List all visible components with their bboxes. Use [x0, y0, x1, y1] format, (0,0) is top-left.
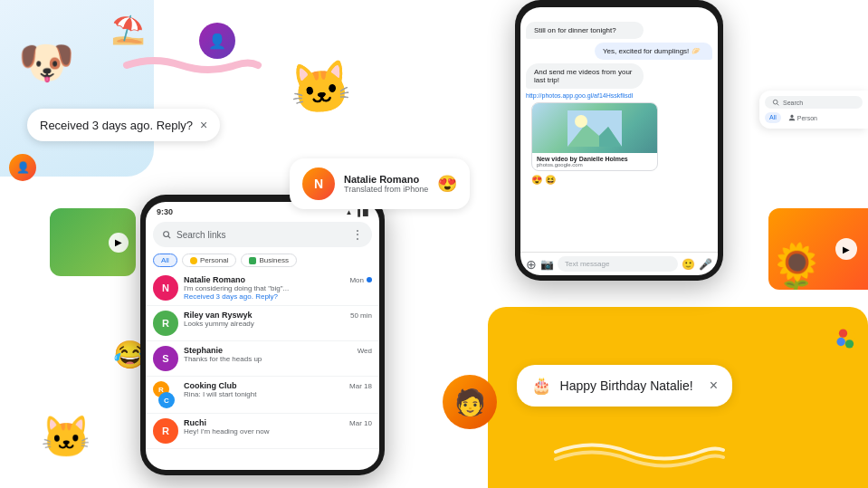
dog-emoji: 🐶 — [18, 36, 74, 89]
more-options-icon[interactable]: ⋮ — [352, 228, 363, 241]
message-sender-riley: Riley van Ryswyk — [184, 311, 253, 320]
link-title: New video by Danielle Holmes — [537, 156, 653, 162]
natalie-avatar: N — [302, 167, 335, 200]
svg-point-5 — [575, 115, 587, 128]
message-item-stephanie[interactable]: S Stephanie Wed Thanks for the heads up — [146, 341, 379, 377]
message-content-natalie: Natalie Romano Mon I'm considering doing… — [184, 275, 372, 301]
link-domain: photos.google.com — [537, 162, 653, 167]
google-photos-logo — [834, 326, 859, 357]
photos-tab-all[interactable]: All — [765, 112, 781, 123]
photos-widget: Search All Person — [759, 91, 868, 129]
video-thumbnail-right[interactable]: ▶ 🌻 — [768, 208, 868, 290]
message-header-stephanie: Stephanie Wed — [184, 346, 372, 355]
dog-illustration-area: 🐶 ⛱️ — [0, 0, 154, 177]
filter-personal[interactable]: Personal — [182, 254, 237, 267]
chat-bubble-sent-1: Yes, excited for dumplings! 🥟 — [595, 43, 712, 60]
birthday-notification-card: 🎂 Happy Birthday Natalie! × — [517, 365, 732, 407]
message-header-cooking-club: Cooking Club Mar 18 — [184, 381, 372, 390]
chat-bubble-received-2: And send me videos from your last trip! — [526, 63, 644, 89]
emoji-icon[interactable]: 🙂 — [682, 258, 695, 271]
photos-search-text: Search — [783, 100, 803, 106]
message-sender-ruchi: Ruchi — [184, 418, 206, 427]
link-preview-card[interactable]: New video by Danielle Holmes photos.goog… — [531, 102, 658, 171]
message-sender-natalie: Natalie Romano — [184, 275, 245, 284]
message-time-ruchi: Mar 10 — [349, 419, 372, 427]
message-item-ruchi[interactable]: R Ruchi Mar 10 Hey! I'm heading over now — [146, 414, 379, 449]
reply-bubble-text: Received 3 days ago. Reply? — [40, 119, 193, 132]
natalie-notification-card: N Natalie Romano Translated from iPhone … — [290, 158, 470, 209]
photos-tab-row: All Person — [765, 112, 863, 123]
message-time-natalie: Mon — [349, 276, 372, 284]
natalie-reaction-emoji: 😍 — [437, 174, 457, 194]
birthday-icon: 🎂 — [531, 376, 551, 396]
link-preview-image — [532, 103, 657, 153]
filter-personal-label: Personal — [200, 256, 229, 264]
flower-decoration: 🌻 — [768, 244, 825, 290]
search-input-text: Search links — [176, 230, 347, 240]
message-time-cooking-club: Mar 18 — [349, 382, 372, 390]
phone-main-screen: 9:30 ▲ ▐ ▉ Search links ⋮ All — [146, 202, 379, 470]
message-preview-natalie: I'm considering doing that "big"... — [184, 284, 372, 292]
message-sender-stephanie: Stephanie — [184, 346, 223, 355]
search-icon — [162, 226, 171, 243]
personal-icon — [190, 257, 197, 264]
photos-search-icon — [772, 99, 779, 106]
group-avatar-2: C — [158, 392, 175, 408]
smart-reply-natalie[interactable]: Received 3 days ago. Reply? — [184, 292, 372, 301]
message-time-stephanie: Wed — [358, 347, 372, 355]
chat-text-1: Still on for dinner tonight? — [534, 26, 616, 34]
avatar-top-center: 👤 — [199, 23, 235, 59]
group-avatars-cooking: R C — [153, 381, 178, 408]
unread-dot-natalie — [367, 277, 372, 282]
cat-bottom-illustration: 🐱 — [41, 413, 91, 461]
cat-sticker: 🐱 — [287, 56, 354, 120]
search-bar[interactable]: Search links ⋮ — [153, 222, 372, 247]
pink-squiggle-decoration — [118, 54, 262, 81]
link-url: http://photos.app.goo.gl/af14Hsskflisdl — [526, 92, 712, 99]
photos-tab-person[interactable]: Person — [784, 112, 822, 123]
add-icon[interactable]: ⊕ — [526, 257, 537, 272]
business-icon — [249, 257, 256, 264]
text-message-input[interactable]: Text message — [558, 256, 678, 272]
message-header-ruchi: Ruchi Mar 10 — [184, 418, 372, 427]
filter-all[interactable]: All — [153, 254, 177, 267]
wave-decoration — [547, 434, 728, 470]
message-time-riley: 50 min — [350, 311, 372, 320]
message-item-riley[interactable]: R Riley van Ryswyk 50 min Looks yummy al… — [146, 306, 379, 341]
filter-business[interactable]: Business — [241, 254, 296, 267]
message-item-cooking-club[interactable]: R C Cooking Club Mar 18 Rina: I will sta… — [146, 377, 379, 414]
birthday-close-icon[interactable]: × — [710, 378, 718, 394]
svg-line-1 — [168, 236, 170, 238]
photos-search-bar[interactable]: Search — [765, 96, 863, 109]
message-list: N Natalie Romano Mon I'm considering doi… — [146, 271, 379, 449]
umbrella-emoji: ⛱️ — [111, 14, 145, 45]
play-button-right[interactable]: ▶ — [835, 238, 857, 260]
chat-text-2: Yes, excited for dumplings! 🥟 — [603, 47, 701, 55]
svg-point-11 — [837, 338, 845, 346]
message-header-riley: Riley van Ryswyk 50 min — [184, 311, 372, 320]
svg-point-9 — [847, 331, 855, 340]
message-content-riley: Riley van Ryswyk 50 min Looks yummy alre… — [184, 311, 372, 328]
filter-all-label: All — [161, 256, 169, 264]
message-item-natalie[interactable]: N Natalie Romano Mon I'm considering doi… — [146, 271, 379, 306]
message-avatar-riley: R — [153, 311, 178, 336]
chat-area: Still on for dinner tonight? Yes, excite… — [520, 7, 718, 252]
play-button-left[interactable]: ▶ — [109, 233, 129, 253]
natalie-name: Natalie Romano — [344, 174, 428, 185]
chat-bubble-received-1: Still on for dinner tonight? — [526, 22, 644, 39]
close-icon[interactable]: × — [200, 118, 207, 132]
message-header-natalie: Natalie Romano Mon — [184, 275, 372, 284]
message-content-cooking-club: Cooking Club Mar 18 Rina: I will start t… — [184, 381, 372, 398]
link-preview-text: New video by Danielle Holmes photos.goog… — [532, 153, 657, 170]
status-time: 9:30 — [157, 207, 173, 216]
mic-icon[interactable]: 🎤 — [699, 258, 712, 271]
message-preview-riley: Looks yummy already — [184, 320, 372, 328]
filter-business-label: Business — [259, 256, 288, 264]
avatar-small-left: 👤 — [9, 154, 36, 181]
chat-reactions: 😍 😆 — [531, 175, 712, 185]
chat-input-bar: ⊕ 📷 Text message 🙂 🎤 — [520, 252, 718, 275]
person-avatar: 🧑 — [443, 375, 497, 429]
camera-icon[interactable]: 📷 — [540, 258, 554, 271]
birthday-text: Happy Birthday Natalie! — [560, 378, 693, 393]
video-thumbnail-left[interactable]: ▶ — [50, 208, 136, 276]
